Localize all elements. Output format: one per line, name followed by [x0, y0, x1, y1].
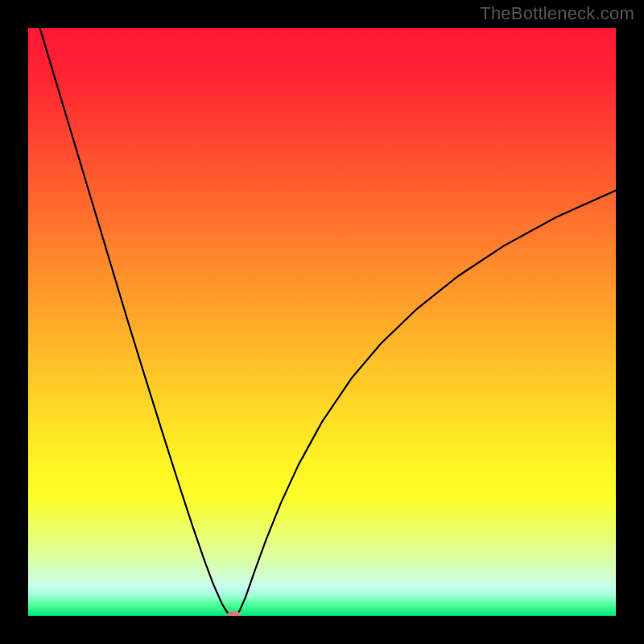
gradient-background — [28, 28, 616, 616]
bottleneck-chart — [28, 28, 616, 616]
plot-area — [28, 28, 616, 616]
attribution-label: TheBottleneck.com — [480, 3, 634, 24]
chart-container: TheBottleneck.com — [0, 0, 644, 644]
